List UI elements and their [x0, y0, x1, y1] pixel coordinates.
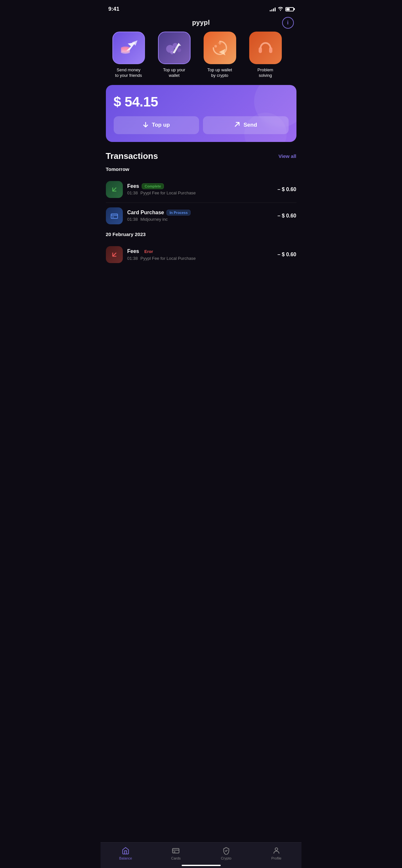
- tx-icon-fees-complete: [106, 181, 123, 198]
- svg-point-8: [214, 45, 217, 48]
- date-group-feb: 20 February 2023 Fees Eror 01:38 Pyypl F…: [106, 231, 296, 268]
- tx-badge-process: In Process: [167, 210, 191, 216]
- svg-rect-11: [269, 47, 272, 53]
- quick-actions: Send moneyto your friends Top up yourwal…: [100, 32, 302, 79]
- action-top-up-crypto[interactable]: Top up walletby crypto: [197, 32, 243, 79]
- action-send-money[interactable]: Send moneyto your friends: [106, 32, 151, 79]
- tx-name: Card Purchase: [127, 210, 164, 216]
- balance-card: $ 54.15 Top up Send: [106, 85, 296, 142]
- view-all-button[interactable]: View all: [279, 153, 296, 159]
- date-label-feb: 20 February 2023: [106, 231, 296, 237]
- transactions-header: Transactions View all: [106, 151, 296, 161]
- tx-details-fees-error: Fees Eror 01:38 Pyypl Fee for Local Purc…: [127, 248, 273, 261]
- battery-icon: [285, 7, 294, 11]
- svg-point-6: [177, 48, 181, 52]
- svg-point-9: [219, 43, 221, 44]
- tx-details-fees-complete: Fees Complete 01:38 Pyypl Fee for Local …: [127, 183, 273, 195]
- svg-rect-10: [259, 47, 262, 53]
- send-button[interactable]: Send: [203, 116, 289, 134]
- action-icon-top-up-wallet: [158, 32, 191, 64]
- tx-amount: – $ 0.60: [278, 213, 296, 219]
- transaction-item[interactable]: Fees Complete 01:38 Pyypl Fee for Local …: [106, 177, 296, 203]
- tx-amount: – $ 0.60: [278, 187, 296, 192]
- svg-rect-12: [111, 214, 118, 218]
- wifi-icon: [278, 6, 283, 12]
- status-time: 9:41: [109, 6, 120, 12]
- tx-desc: Pyypl Fee for Local Purchase: [140, 190, 196, 195]
- tx-time: 01:38: [127, 217, 138, 222]
- transactions-section: Transactions View all Tomorrow Fees Comp…: [100, 151, 302, 268]
- transaction-item[interactable]: Fees Eror 01:38 Pyypl Fee for Local Purc…: [106, 242, 296, 268]
- send-label: Send: [243, 122, 257, 128]
- date-label-tomorrow: Tomorrow: [106, 166, 296, 172]
- tx-desc: Midjourney inc: [140, 217, 168, 222]
- tx-name: Fees: [127, 248, 139, 254]
- info-icon: i: [287, 20, 288, 26]
- tx-desc: Pyypl Fee for Local Purchase: [140, 256, 196, 261]
- transaction-item[interactable]: Card Purchase In Process 01:38 Midjourne…: [106, 203, 296, 229]
- status-bar: 9:41: [100, 0, 302, 16]
- tx-badge-error: Eror: [142, 248, 156, 255]
- balance-actions: Top up Send: [114, 116, 289, 134]
- top-up-button[interactable]: Top up: [114, 116, 199, 134]
- action-label-top-up-crypto: Top up walletby crypto: [207, 67, 232, 79]
- action-icon-problem-solving: [249, 32, 282, 64]
- top-up-label: Top up: [152, 122, 170, 128]
- action-label-problem-solving: Problemsolving: [257, 67, 273, 79]
- tx-name: Fees: [127, 183, 139, 189]
- action-label-top-up-wallet: Top up yourwallet: [163, 67, 185, 79]
- tx-badge-complete: Complete: [142, 183, 164, 189]
- header: pyypl i: [100, 16, 302, 32]
- action-icon-send-money: [112, 32, 145, 64]
- app-title: pyypl: [192, 19, 210, 26]
- status-icons: [270, 6, 294, 12]
- send-icon: [234, 121, 240, 129]
- action-icon-top-up-crypto: [204, 32, 236, 64]
- signal-icon: [270, 7, 276, 11]
- tx-amount: – $ 0.60: [278, 252, 296, 257]
- balance-amount: $ 54.15: [114, 94, 289, 110]
- top-up-icon: [143, 121, 148, 129]
- action-top-up-wallet[interactable]: Top up yourwallet: [151, 32, 197, 79]
- tx-icon-fees-error: [106, 246, 123, 263]
- date-group-tomorrow: Tomorrow Fees Complete 01:38 Pyypl Fee f…: [106, 166, 296, 229]
- tx-time: 01:38: [127, 190, 138, 195]
- tx-icon-card-purchase: [106, 207, 123, 224]
- action-label-send-money: Send moneyto your friends: [115, 67, 142, 79]
- action-problem-solving[interactable]: Problemsolving: [243, 32, 288, 79]
- info-button[interactable]: i: [282, 17, 294, 29]
- transactions-title: Transactions: [106, 151, 158, 161]
- tx-details-card-purchase: Card Purchase In Process 01:38 Midjourne…: [127, 210, 273, 222]
- tx-time: 01:38: [127, 256, 138, 261]
